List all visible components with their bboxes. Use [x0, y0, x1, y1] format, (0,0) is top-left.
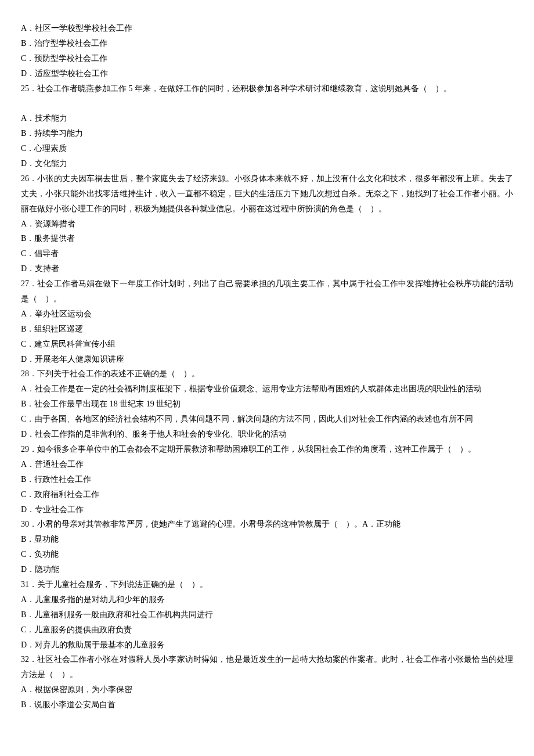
q27-option-b: B．组织社区巡逻 — [21, 322, 513, 337]
q24-option-d: D．适应型学校社会工作 — [21, 66, 513, 81]
q30-option-c: C．负功能 — [21, 547, 513, 562]
q27-option-a: A．举办社区运动会 — [21, 307, 513, 322]
q29-option-a: A．普通社会工作 — [21, 457, 513, 472]
q26-option-d: D．支持者 — [21, 261, 513, 276]
q29-option-d: D．专业社会工作 — [21, 502, 513, 517]
q28-option-a: A．社会工作是在一定的社会福利制度框架下，根据专业价值观念、运用专业方法帮助有困… — [21, 381, 513, 397]
q25-option-b: B．持续学习能力 — [21, 126, 513, 141]
q24-option-b: B．治疗型学校社会工作 — [21, 36, 513, 51]
q27-option-c: C．建立居民科普宣传小组 — [21, 337, 513, 352]
q31-option-b: B．儿童福利服务一般由政府和社会工作机构共同进行 — [21, 607, 513, 622]
q31-stem: 31．关于儿童社会服务，下列说法正确的是（ ）。 — [21, 577, 513, 592]
q32-stem: 32．社区社会工作者小张在对假释人员小李家访时得知，他是最近发生的一起特大抢劫案… — [21, 652, 513, 682]
q30-stem: 30．小君的母亲对其管教非常严厉，使她产生了逃避的心理。小君母亲的这种管教属于（… — [21, 517, 513, 532]
q32-option-b: B．说服小李道公安局自首 — [21, 697, 513, 712]
q31-option-d: D．对弃儿的救助属于最基本的儿童服务 — [21, 638, 513, 653]
q28-stem: 28．下列关于社会工作的表述不正确的是（ ）。 — [21, 366, 513, 381]
q31-option-a: A．儿童服务指的是对幼儿和少年的服务 — [21, 592, 513, 607]
q24-option-c: C．预防型学校社会工作 — [21, 51, 513, 66]
q25-option-d: D．文化能力 — [21, 156, 513, 171]
q25-option-c: C．心理素质 — [21, 141, 513, 156]
q32-option-a: A．根据保密原则，为小李保密 — [21, 682, 513, 697]
q28-option-d: D．社会工作指的是非营利的、服务于他人和社会的专业化、职业化的活动 — [21, 427, 513, 442]
q29-option-c: C．政府福利社会工作 — [21, 487, 513, 502]
q26-option-b: B．服务提供者 — [21, 231, 513, 246]
q29-option-b: B．行政性社会工作 — [21, 472, 513, 487]
q25-option-a: A．技术能力 — [21, 111, 513, 126]
q28-option-b: B．社会工作最早出现在 18 世纪末 19 世纪初 — [21, 397, 513, 412]
q26-option-a: A．资源筹措者 — [21, 217, 513, 232]
q30-option-d: D．隐功能 — [21, 562, 513, 577]
q31-option-c: C．儿童服务的提供由政府负责 — [21, 622, 513, 638]
q30-option-b: B．显功能 — [21, 532, 513, 547]
q28-option-c: C．由于各国、各地区的经济社会结构不同，具体问题不同，解决问题的方法不同，因此人… — [21, 412, 513, 427]
q24-option-a: A．社区一学校型学校社会工作 — [21, 21, 513, 36]
q29-stem: 29．如今很多企事单位中的工会都会不定期开展救济和帮助困难职工的工作，从我国社会… — [21, 442, 513, 457]
q27-option-d: D．开展老年人健康知识讲座 — [21, 352, 513, 367]
q25-stem: 25．社会工作者晓燕参加工作 5 年来，在做好工作的同时，还积极参加各种学术研讨… — [21, 81, 513, 96]
q26-stem: 26．小张的丈夫因车祸去世后，整个家庭失去了经济来源。小张身体本来就不好，加上没… — [21, 171, 513, 217]
q27-stem: 27．社会工作者马娟在做下一年度工作计划时，列出了自己需要承担的几项主要工作，其… — [21, 276, 513, 307]
q26-option-c: C．倡导者 — [21, 246, 513, 261]
